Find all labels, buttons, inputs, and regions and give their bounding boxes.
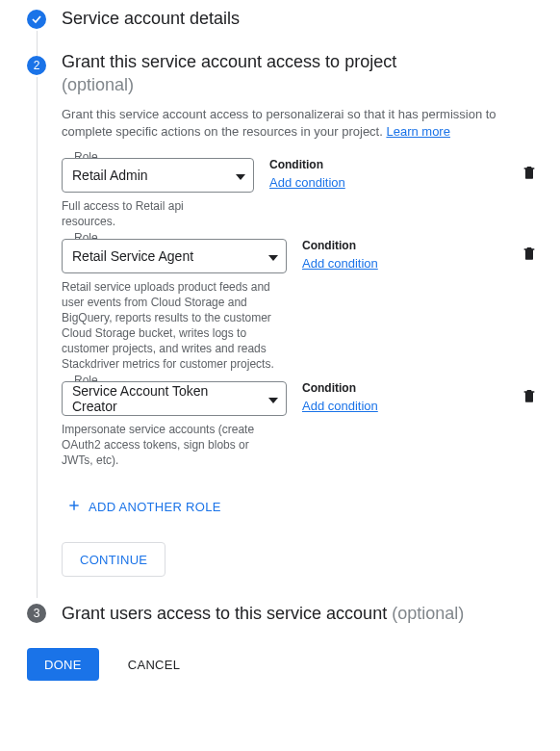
connector-line: [37, 77, 38, 598]
role-column: Role Retail Admin Full access to Retail …: [62, 158, 254, 229]
role-select-wrap: Role Retail Admin: [62, 158, 254, 193]
step-2-description: Grant this service account access to per…: [62, 106, 533, 141]
step-2-optional: (optional): [62, 75, 134, 94]
role-helper-text: Full access to Retail api resources.: [62, 198, 235, 229]
delete-icon[interactable]: [522, 164, 537, 184]
condition-column: Condition Add condition: [269, 158, 502, 190]
add-condition-link[interactable]: Add condition: [269, 175, 502, 190]
chevron-down-icon: [268, 248, 278, 264]
role-column: Role Retail Service Agent Retail service…: [62, 239, 287, 372]
condition-label: Condition: [302, 381, 502, 395]
add-condition-link[interactable]: Add condition: [302, 256, 502, 271]
condition-column: Condition Add condition: [302, 239, 502, 271]
step-3-title[interactable]: Grant users access to this service accou…: [62, 602, 541, 625]
step-2-title: Grant this service account access to pro…: [62, 50, 541, 96]
role-select-value: Retail Service Agent: [72, 248, 193, 264]
chevron-down-icon: [236, 168, 245, 183]
condition-label: Condition: [302, 239, 502, 252]
role-row: Role Retail Service Agent Retail service…: [62, 239, 541, 372]
add-another-role-button[interactable]: ADD ANOTHER ROLE: [67, 499, 221, 515]
wizard-container: Service account details 2 Grant this ser…: [0, 0, 560, 700]
continue-button[interactable]: CONTINUE: [62, 542, 165, 577]
step-1-title[interactable]: Service account details: [62, 8, 541, 29]
delete-column: [518, 381, 541, 407]
role-helper-text: Retail service uploads product feeds and…: [62, 279, 283, 372]
step-3: 3 Grant users access to this service acc…: [27, 602, 541, 625]
learn-more-link[interactable]: Learn more: [386, 124, 449, 139]
step-2-number-icon: 2: [27, 56, 46, 75]
role-row: Role Service Account Token Creator Imper…: [62, 381, 541, 468]
role-select-wrap: Role Retail Service Agent: [62, 239, 287, 273]
step-2-body: Grant this service account access to per…: [62, 106, 541, 592]
delete-icon[interactable]: [522, 245, 537, 265]
delete-column: [518, 239, 541, 265]
role-select[interactable]: Retail Service Agent: [62, 239, 287, 273]
role-select[interactable]: Service Account Token Creator: [62, 381, 287, 416]
role-select-value: Service Account Token Creator: [72, 383, 255, 414]
condition-column: Condition Add condition: [302, 381, 502, 413]
step-3-number-icon: 3: [27, 604, 46, 623]
step-1-check-icon: [27, 10, 46, 29]
plus-icon: [67, 499, 81, 515]
delete-icon[interactable]: [522, 387, 537, 407]
add-role-label: ADD ANOTHER ROLE: [89, 500, 221, 514]
role-select[interactable]: Retail Admin: [62, 158, 254, 193]
cancel-button[interactable]: CANCEL: [122, 657, 187, 673]
step-3-optional: (optional): [392, 604, 464, 623]
step-1: Service account details: [27, 8, 541, 50]
role-select-wrap: Role Service Account Token Creator: [62, 381, 287, 416]
footer-actions: DONE CANCEL: [27, 648, 541, 681]
role-column: Role Service Account Token Creator Imper…: [62, 381, 287, 468]
step-2: 2 Grant this service account access to p…: [27, 50, 541, 602]
role-row: Role Retail Admin Full access to Retail …: [62, 158, 541, 229]
role-helper-text: Impersonate service accounts (create OAu…: [62, 422, 283, 468]
chevron-down-icon: [268, 391, 278, 406]
add-condition-link[interactable]: Add condition: [302, 399, 502, 413]
delete-column: [518, 158, 541, 184]
step-3-title-text: Grant users access to this service accou…: [62, 604, 392, 623]
step-2-title-text: Grant this service account access to pro…: [62, 52, 396, 71]
condition-label: Condition: [269, 158, 502, 171]
done-button[interactable]: DONE: [27, 648, 99, 681]
role-select-value: Retail Admin: [72, 168, 148, 183]
